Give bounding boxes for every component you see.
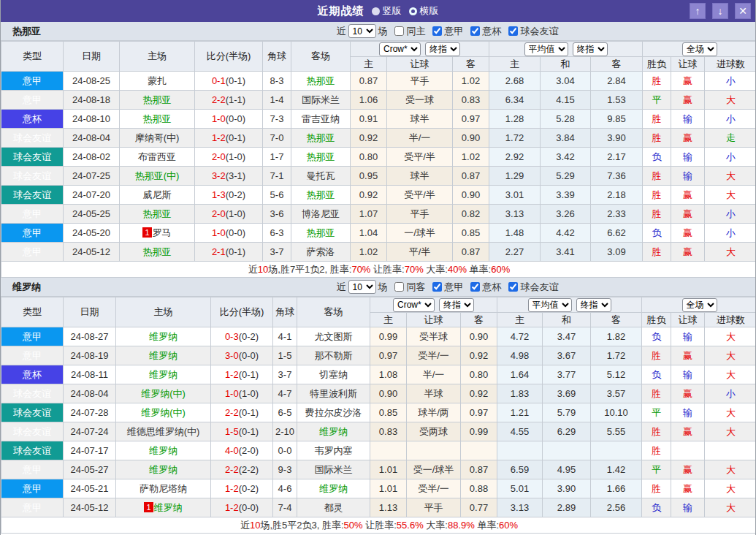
avg-away-cell: 1.66: [591, 479, 642, 498]
home-team-cell: 维罗纳(中): [116, 403, 211, 422]
scope-select[interactable]: 全场: [682, 298, 717, 312]
same-venue-checkbox[interactable]: [394, 282, 404, 292]
avg-home-cell: 6.34: [489, 91, 541, 110]
league-filter-checkbox-2[interactable]: [508, 26, 518, 36]
matches-label: 场: [378, 281, 388, 294]
header-dropdown-row: 类型日期主场比分(半场)角球客场Crow*终指平均值终指全场: [1, 297, 756, 313]
result-goals-header: 进球数: [705, 57, 756, 72]
avg-away-cell: 2.17: [591, 148, 643, 167]
halftime-score: (0-1): [226, 75, 245, 86]
scroll-down-button[interactable]: ↓: [712, 3, 728, 19]
odds-company-select[interactable]: Crow*: [379, 42, 421, 56]
league-type-cell: 球会友谊: [1, 186, 64, 205]
summary-segment-5: 55.6%: [397, 520, 424, 531]
table-row: 意甲24-08-27维罗纳0-3(0-2)4-1尤文图斯0.99受半球0.904…: [1, 327, 756, 346]
average-select[interactable]: 平均值: [524, 42, 568, 56]
layout-radio-horizontal[interactable]: 横版: [409, 4, 439, 18]
odds-away-cell: 0.97: [461, 403, 497, 422]
away-team-name: 国际米兰: [315, 464, 353, 475]
scroll-up-button[interactable]: ↑: [690, 3, 706, 19]
league-type-cell: 意甲: [1, 91, 64, 110]
outcome-cell: 胜: [643, 186, 671, 205]
avg-away-cell: 6.62: [591, 224, 643, 243]
handicap-result-cell: 输: [671, 403, 705, 422]
odds-final-select[interactable]: 终指: [439, 298, 474, 312]
goals-result-cell: 大: [705, 327, 756, 346]
league-filter-checkbox-0[interactable]: [432, 282, 442, 292]
summary-segment-4: 让胜率:: [363, 520, 397, 531]
close-icon: ✕: [738, 5, 747, 17]
home-team-cell: 维罗纳: [116, 365, 211, 384]
league-filter-checkbox-0[interactable]: [432, 26, 442, 36]
odds-handicap-cell: 平/半: [387, 243, 453, 262]
home-team-cell: 布雷西亚: [120, 148, 195, 167]
odds-away-cell: 0.92: [461, 346, 497, 365]
odds-home-cell: 0.91: [351, 110, 387, 129]
avg-draw-cell: 5.29: [541, 167, 591, 186]
corners-cell: 6-3: [263, 224, 291, 243]
date-cell: 24-08-18: [64, 91, 120, 110]
recent-count-select[interactable]: 10: [348, 280, 376, 294]
layout-radio-vertical[interactable]: 竖版: [372, 4, 402, 18]
home-team-name: 热那亚: [143, 94, 172, 105]
home-team-name: 维罗纳: [154, 502, 183, 513]
outcome-cell: 胜: [643, 205, 671, 224]
goals-result-cell: 大: [705, 403, 756, 422]
odds-away-cell: 0.97: [453, 110, 489, 129]
home-team-cell: 蒙扎: [120, 72, 195, 91]
avg-away-cell: 7.36: [591, 167, 643, 186]
handicap-result-cell: [671, 441, 705, 460]
odds-away-cell: 0.87: [461, 460, 497, 479]
home-team-name: 热那亚(中): [135, 170, 180, 181]
handicap-result-cell: 赢: [671, 205, 705, 224]
average-final-select[interactable]: 终指: [576, 298, 611, 312]
away-team-cell: 特里波利斯: [297, 384, 370, 403]
recent-count-select[interactable]: 10: [348, 24, 376, 38]
summary-segment-9: 60%: [499, 520, 518, 531]
fulltime-score: 2-1: [212, 246, 226, 257]
avg-draw-header: 和: [543, 313, 591, 327]
outcome-cell: 平: [643, 91, 671, 110]
goals-result-cell: 大: [705, 167, 756, 186]
average-final-select[interactable]: 终指: [573, 42, 608, 56]
avg-away-cell: 10.10: [591, 403, 642, 422]
league-filter-label-1: 意杯: [483, 281, 502, 294]
close-button[interactable]: ✕: [735, 3, 751, 19]
average-select[interactable]: 平均值: [528, 298, 572, 312]
summary-cell: 近10场,胜7平1负2, 胜率:70% 让胜率:70% 大率:40% 单率:60…: [1, 262, 756, 278]
halftime-score: (0-1): [226, 246, 245, 257]
league-filter-checkbox-1[interactable]: [470, 26, 480, 36]
avg-away-cell: 1.53: [591, 91, 643, 110]
away-team-section: 维罗纳近10场同客意甲意杯球会友谊类型日期主场比分(半场)角球客场Crow*终指…: [1, 278, 755, 534]
halftime-score: (3-1): [226, 170, 245, 181]
handicap-result-cell: 赢: [671, 72, 705, 91]
summary-segment-8: 单率:: [475, 520, 499, 531]
odds-handicap-cell: 受半/一: [407, 346, 461, 365]
odds-company-select[interactable]: Crow*: [393, 298, 435, 312]
result-outcome-header: 胜负: [643, 57, 671, 72]
odds-final-select[interactable]: 终指: [425, 42, 460, 56]
away-team-cell: 雷吉亚纳: [291, 110, 351, 129]
corners-cell: 1-4: [263, 91, 291, 110]
away-team-cell: 费拉尔皮沙洛: [297, 403, 370, 422]
league-type-cell: 意甲: [1, 346, 64, 365]
col-score-header: 比分(半场): [195, 42, 263, 72]
away-team-cell: 切塞纳: [297, 365, 370, 384]
corners-cell: 8-3: [263, 72, 291, 91]
same-venue-checkbox[interactable]: [394, 26, 404, 36]
home-team-cell: 热那亚: [120, 91, 195, 110]
odds-group-selects: Crow*终指: [351, 42, 489, 56]
halftime-score: (0-0): [239, 350, 259, 361]
league-filter-checkbox-2[interactable]: [508, 282, 518, 292]
away-team-cell: 热那亚: [291, 129, 351, 148]
league-filter-checkbox-1[interactable]: [470, 282, 480, 292]
avg-away-cell: 3.90: [591, 129, 643, 148]
table-header: 类型日期主场比分(半场)角球客场Crow*终指平均值终指全场主让球客主和客胜负让…: [1, 297, 756, 327]
league-filter-label-2: 球会友谊: [521, 281, 559, 294]
away-team-name: 那不勒斯: [315, 350, 353, 361]
col-home-header: 主场: [120, 42, 195, 72]
handicap-result-cell: 赢: [671, 243, 705, 262]
outcome-cell: 胜: [643, 129, 671, 148]
avg-home-cell: 3.13: [489, 205, 541, 224]
scope-select[interactable]: 全场: [682, 42, 717, 56]
